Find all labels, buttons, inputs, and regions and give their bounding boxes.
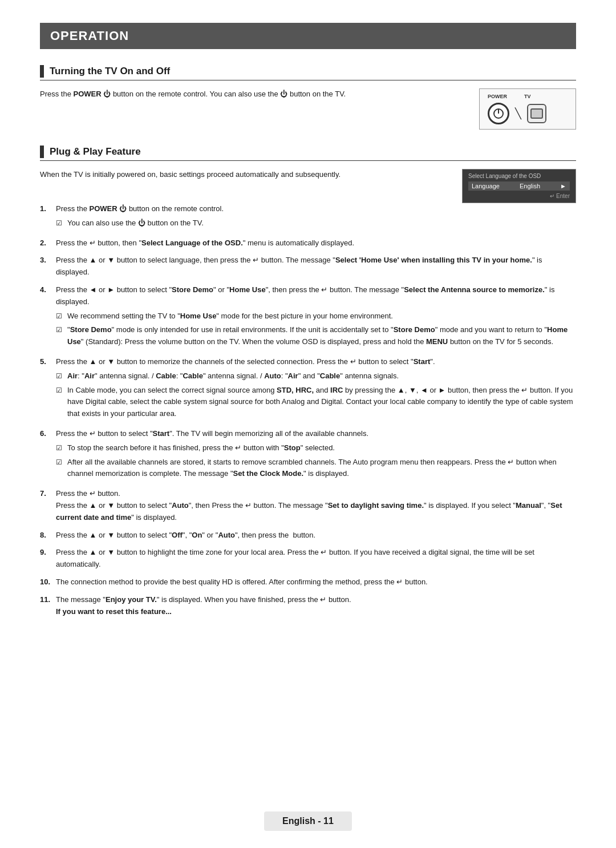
note-icon-6b: ☑ bbox=[56, 457, 67, 468]
step7-content: Press the ↵ button. Press the ▲ or ▼ but… bbox=[56, 488, 576, 523]
step1-content: Press the POWER ⏻ button on the remote c… bbox=[56, 203, 576, 232]
remote-diagram: POWER TV ╲ bbox=[479, 88, 576, 130]
step4-note2: ☑ "Store Demo" mode is only intended for… bbox=[56, 324, 576, 348]
plug-intro: When the TV is initially powered on, bas… bbox=[40, 169, 441, 181]
intro-wrap: When the TV is initially powered on, bas… bbox=[40, 169, 576, 203]
remote-buttons: ╲ bbox=[488, 103, 546, 124]
step-8: 8. Press the ▲ or ▼ button to select "Of… bbox=[40, 530, 576, 542]
osd-row: Language English ► bbox=[468, 181, 570, 191]
section2-bar bbox=[40, 146, 44, 158]
note-icon-5a: ☑ bbox=[56, 371, 67, 382]
turning-content: Press the POWER ⏻ button on the remote c… bbox=[40, 88, 576, 130]
section1-header: Turning the TV On and Off bbox=[40, 65, 576, 80]
operation-title: OPERATION bbox=[50, 29, 129, 43]
step-9: 9. Press the ▲ or ▼ button to highlight … bbox=[40, 547, 576, 571]
plug-section: Plug & Play Feature When the TV is initi… bbox=[40, 146, 576, 617]
note-icon-1: ☑ bbox=[56, 218, 67, 229]
step1-num: 1. bbox=[40, 203, 56, 215]
step6-note1: ☑ To stop the search before it has finis… bbox=[56, 442, 576, 454]
step4-content: Press the ◄ or ► button to select "Store… bbox=[56, 284, 576, 350]
step-7: 7. Press the ↵ button. Press the ▲ or ▼ … bbox=[40, 488, 576, 523]
note-icon-5b: ☑ bbox=[56, 385, 67, 396]
step6-num: 6. bbox=[40, 428, 56, 440]
step10-num: 10. bbox=[40, 576, 56, 588]
step8-content: Press the ▲ or ▼ button to select "Off",… bbox=[56, 530, 576, 542]
tv-button-icon bbox=[527, 104, 546, 123]
step6-content: Press the ↵ button to select "Start". Th… bbox=[56, 428, 576, 482]
step5-content: Press the ▲ or ▼ button to memorize the … bbox=[56, 356, 576, 422]
step6-note2: ☑ After all the available channels are s… bbox=[56, 457, 576, 480]
step11-content: The message "Enjoy your TV." is displaye… bbox=[56, 594, 576, 618]
step2-content: Press the ↵ button, then "Select Languag… bbox=[56, 237, 576, 249]
note-icon-4b: ☑ bbox=[56, 325, 67, 336]
osd-arrow: ► bbox=[560, 183, 566, 189]
osd-screenshot: Select Language of the OSD Language Engl… bbox=[462, 169, 576, 203]
step4-note1: ☑ We recommend setting the TV to "Home U… bbox=[56, 310, 576, 322]
tv-label: TV bbox=[524, 94, 531, 99]
step3-content: Press the ▲ or ▼ button to select langua… bbox=[56, 255, 576, 278]
reset-text: If you want to reset this feature... bbox=[56, 607, 172, 616]
tv-screen-icon bbox=[530, 108, 543, 119]
step4-note2-text: "Store Demo" mode is only intended for u… bbox=[67, 324, 576, 348]
step8-num: 8. bbox=[40, 530, 56, 542]
osd-title: Select Language of the OSD bbox=[468, 173, 570, 179]
step10-content: The connection method to provide the bes… bbox=[56, 576, 576, 588]
step5-note2: ☑ In Cable mode, you can select the corr… bbox=[56, 385, 576, 420]
step3-num: 3. bbox=[40, 255, 56, 266]
step-4: 4. Press the ◄ or ► button to select "St… bbox=[40, 284, 576, 350]
slash-divider: ╲ bbox=[515, 107, 521, 120]
note-icon-4a: ☑ bbox=[56, 311, 67, 322]
power-button-icon bbox=[488, 103, 509, 124]
step-10: 10. The connection method to provide the… bbox=[40, 576, 576, 588]
footer-badge: English - 11 bbox=[264, 811, 352, 831]
step7-num: 7. bbox=[40, 488, 56, 500]
remote-labels: POWER TV bbox=[488, 94, 531, 99]
step-2: 2. Press the ↵ button, then "Select Lang… bbox=[40, 237, 576, 249]
step9-num: 9. bbox=[40, 547, 56, 559]
step5-note2-text: In Cable mode, you can select the correc… bbox=[67, 385, 576, 420]
step-11: 11. The message "Enjoy your TV." is disp… bbox=[40, 594, 576, 618]
step5-note1-text: Air: "Air" antenna signal. / Cable: "Cab… bbox=[67, 370, 399, 382]
step-1: 1. Press the POWER ⏻ button on the remot… bbox=[40, 203, 576, 232]
step-6: 6. Press the ↵ button to select "Start".… bbox=[40, 428, 576, 482]
power-label: POWER bbox=[488, 94, 507, 99]
step-5: 5. Press the ▲ or ▼ button to memorize t… bbox=[40, 356, 576, 422]
section1-title: Turning the TV On and Off bbox=[50, 66, 170, 77]
osd-label: Language bbox=[472, 183, 500, 189]
step6-note2-text: After all the available channels are sto… bbox=[67, 457, 576, 480]
step4-note1-text: We recommend setting the TV to "Home Use… bbox=[67, 310, 393, 322]
step1-note-text: You can also use the ⏻ button on the TV. bbox=[67, 217, 204, 229]
section2-title: Plug & Play Feature bbox=[50, 146, 141, 158]
note-icon-6a: ☑ bbox=[56, 443, 67, 454]
operation-header: OPERATION bbox=[40, 23, 576, 49]
osd-value: English bbox=[520, 183, 540, 189]
step2-num: 2. bbox=[40, 237, 56, 249]
footer-label: English - 11 bbox=[282, 816, 334, 826]
osd-enter: ↵ Enter bbox=[468, 193, 570, 199]
step11-num: 11. bbox=[40, 594, 56, 606]
step6-note1-text: To stop the search before it has finishe… bbox=[67, 442, 335, 454]
step9-content: Press the ▲ or ▼ button to highlight the… bbox=[56, 547, 576, 571]
turning-text: Press the POWER ⏻ button on the remote c… bbox=[40, 88, 468, 100]
step4-num: 4. bbox=[40, 284, 56, 296]
section2-header: Plug & Play Feature bbox=[40, 146, 576, 161]
turning-section: Turning the TV On and Off Press the POWE… bbox=[40, 65, 576, 130]
section1-bar bbox=[40, 65, 44, 78]
steps-list: 1. Press the POWER ⏻ button on the remot… bbox=[40, 203, 576, 617]
step1-note: ☑ You can also use the ⏻ button on the T… bbox=[56, 217, 576, 229]
step5-num: 5. bbox=[40, 356, 56, 368]
step-3: 3. Press the ▲ or ▼ button to select lan… bbox=[40, 255, 576, 278]
footer: English - 11 bbox=[0, 811, 616, 831]
step5-note1: ☑ Air: "Air" antenna signal. / Cable: "C… bbox=[56, 370, 576, 382]
page: OPERATION Turning the TV On and Off Pres… bbox=[0, 0, 616, 848]
plug-intro-text: When the TV is initially powered on, bas… bbox=[40, 170, 341, 179]
